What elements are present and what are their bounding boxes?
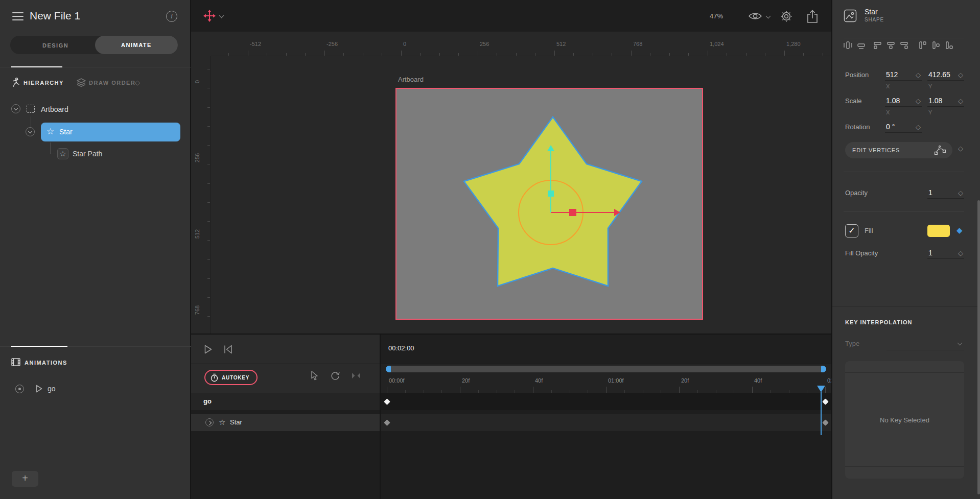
- loop-mode-button[interactable]: [330, 371, 340, 381]
- fit-view-button[interactable]: [352, 372, 361, 379]
- design-canvas[interactable]: -512-25602565127681,0241,280 0256512768 …: [191, 32, 831, 334]
- scale-x-key-diamond[interactable]: ◇: [916, 97, 921, 105]
- tab-design[interactable]: DESIGN: [42, 42, 68, 49]
- frame-ruler-label: 40f: [535, 377, 543, 384]
- timeline-row-go-header[interactable]: go: [191, 393, 380, 410]
- scale-x-field[interactable]: 1.08: [886, 97, 900, 105]
- align-top-button[interactable]: [918, 41, 927, 50]
- align-left-button[interactable]: [873, 41, 882, 50]
- hierarchy-tab-label[interactable]: HIERARCHY: [24, 80, 64, 86]
- time-display-area: 00:02:00 FPS 60 00:02:00: [381, 335, 831, 364]
- info-button[interactable]: i: [166, 11, 177, 22]
- fill-color-swatch[interactable]: [927, 225, 950, 237]
- menu-button[interactable]: [12, 12, 24, 20]
- fill-key-diamond-keyed[interactable]: ◆: [956, 226, 963, 235]
- opacity-field[interactable]: 1: [928, 188, 932, 197]
- bezier-icon: [934, 145, 946, 155]
- canvas-toolbar: 47%: [191, 0, 831, 32]
- scale-y-field[interactable]: 1.08: [928, 97, 942, 105]
- draw-order-key-diamond-icon: ◇: [135, 79, 140, 86]
- inspector-scrollbar[interactable]: [977, 200, 980, 494]
- frame-tick: [771, 390, 771, 393]
- tree-item-star-selected[interactable]: ☆ Star: [41, 123, 180, 141]
- position-y-field[interactable]: 412.65: [928, 70, 950, 79]
- play-button[interactable]: [204, 345, 212, 354]
- key-interpolation-title: KEY INTERPOLATION: [845, 319, 913, 325]
- underline: [927, 198, 964, 199]
- artboard-expand-toggle[interactable]: [11, 104, 20, 113]
- align-middle-button[interactable]: [931, 41, 940, 50]
- range-end-handle[interactable]: [821, 366, 826, 372]
- position-y-key-diamond[interactable]: ◇: [958, 71, 963, 79]
- frame-tick: [588, 390, 588, 393]
- transport-controls: [191, 335, 380, 364]
- scale-y-key-diamond[interactable]: ◇: [958, 97, 963, 105]
- underline: [885, 132, 922, 133]
- star-expand-toggle[interactable]: [26, 127, 35, 136]
- frame-ruler[interactable]: 00:00f20f40f01:00f20f40f02: [381, 373, 831, 393]
- skip-to-start-icon: [224, 345, 232, 354]
- fill-checkbox[interactable]: ✓: [845, 224, 858, 237]
- align-right-button[interactable]: [900, 41, 908, 50]
- animation-go-radio[interactable]: [15, 385, 24, 393]
- divider: [845, 466, 964, 467]
- edit-vertices-key-diamond[interactable]: ◇: [958, 145, 963, 152]
- opacity-key-diamond[interactable]: ◇: [958, 189, 963, 197]
- tab-animate[interactable]: ANIMATE: [95, 36, 178, 54]
- edit-vertices-button[interactable]: EDIT VERTICES: [845, 142, 952, 158]
- rotation-key-diamond[interactable]: ◇: [916, 123, 921, 131]
- animation-item-go[interactable]: go: [48, 385, 56, 393]
- timeline-split-divider[interactable]: [380, 335, 381, 499]
- underline: [927, 106, 964, 107]
- timeline-row-star-header[interactable]: ☆ Star: [191, 414, 380, 431]
- settings-button[interactable]: [780, 10, 792, 22]
- interp-type-dropdown-chevron-icon[interactable]: [958, 341, 963, 346]
- draw-order-tab-label[interactable]: DRAW ORDER: [89, 80, 135, 86]
- scale-x-axis-label: X: [886, 109, 890, 115]
- fill-opacity-key-diamond[interactable]: ◇: [958, 249, 963, 257]
- tree-item-star-path[interactable]: Star Path: [73, 150, 102, 158]
- timeline-row-go-track[interactable]: [381, 393, 831, 410]
- share-button[interactable]: [806, 9, 819, 23]
- view-options-button[interactable]: [748, 12, 762, 20]
- align-bottom-button[interactable]: [945, 41, 953, 50]
- tool-dropdown-chevron-icon[interactable]: [219, 13, 224, 18]
- row-star-expand-toggle[interactable]: [205, 418, 214, 426]
- view-options-chevron-icon[interactable]: [766, 14, 771, 19]
- select-tool-button[interactable]: [311, 371, 319, 381]
- timeline-range-slider[interactable]: [386, 366, 826, 372]
- align-horizontal-center-button[interactable]: [844, 41, 852, 50]
- hierarchy-tab[interactable]: [11, 78, 20, 87]
- position-x-key-diamond[interactable]: ◇: [916, 71, 921, 79]
- frame-tick: [570, 390, 570, 393]
- frame-tick: [533, 387, 533, 393]
- stopwatch-icon: [211, 373, 218, 382]
- frame-tick: [752, 387, 753, 393]
- move-tool-button[interactable]: [202, 9, 217, 23]
- add-animation-button[interactable]: +: [12, 471, 38, 487]
- tree-item-artboard[interactable]: Artboard: [41, 105, 68, 113]
- position-x-field[interactable]: 512: [886, 70, 898, 79]
- frame-tick: [387, 387, 387, 393]
- layers-icon: [77, 78, 86, 87]
- zoom-level[interactable]: 47%: [710, 12, 723, 20]
- star-path-icon: ☆: [57, 148, 68, 159]
- fill-label: Fill: [865, 227, 873, 234]
- timeline-ruler-area: 00:00f20f40f01:00f20f40f02: [381, 364, 831, 393]
- frame-tick: [497, 390, 497, 393]
- inspector-panel: Star SHAPE Position 512 ◇ X 412.65 ◇ Y S…: [831, 0, 980, 499]
- animation-go-play-button[interactable]: [36, 385, 42, 393]
- go-to-start-button[interactable]: [224, 345, 232, 354]
- align-vertical-center-button[interactable]: [857, 41, 866, 50]
- autokey-toggle[interactable]: AUTOKEY: [204, 370, 258, 385]
- star-shape-and-gizmo[interactable]: [191, 32, 831, 334]
- timeline-row-star-track[interactable]: [381, 414, 831, 431]
- draw-order-tab[interactable]: [77, 78, 86, 87]
- rotation-field[interactable]: 0 °: [886, 123, 895, 131]
- align-center-button[interactable]: [886, 41, 895, 50]
- frame-tick: [424, 390, 424, 393]
- tree-connector: [31, 116, 31, 127]
- range-start-handle[interactable]: [386, 366, 391, 372]
- current-time-field[interactable]: 00:02:00: [388, 344, 414, 352]
- fill-opacity-field[interactable]: 1: [928, 249, 932, 257]
